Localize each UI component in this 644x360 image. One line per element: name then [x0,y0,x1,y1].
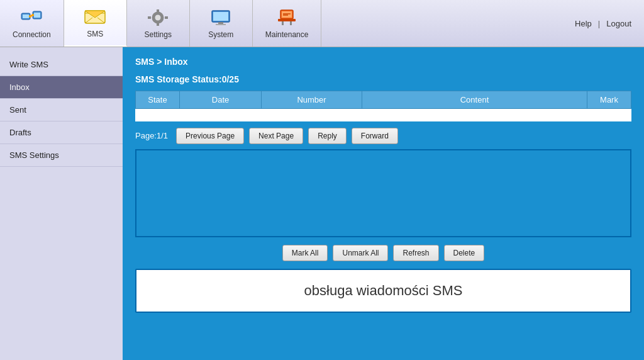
help-link[interactable]: Help [575,19,592,28]
sidebar-item-sms-settings[interactable]: SMS Settings [0,144,123,167]
col-state: State [136,91,180,109]
sidebar-item-inbox[interactable]: Inbox [0,76,123,99]
reply-button[interactable]: Reply [308,128,347,144]
mark-all-button[interactable]: Mark All [282,245,328,261]
nav-system-label: System [208,30,233,39]
content-area: SMS > Inbox SMS Storage Status:0/25 Stat… [123,47,644,360]
sidebar-item-sent[interactable]: Sent [0,99,123,121]
col-content: Content [362,91,587,109]
pagination-row: Page:1/1 Previous Page Next Page Reply F… [135,128,631,144]
col-date: Date [180,91,262,109]
svg-point-5 [29,15,31,18]
nav-maintenance-label: Maintenance [265,30,309,39]
nav-settings-label: Settings [145,30,172,39]
forward-button[interactable]: Forward [352,128,398,144]
svg-rect-15 [157,23,159,26]
refresh-button[interactable]: Refresh [393,245,438,261]
sms-table: State Date Number Content Mark [135,91,631,121]
sidebar-item-write-sms[interactable]: Write SMS [0,53,123,76]
nav-connection[interactable]: Connection [0,0,64,47]
svg-point-13 [155,15,160,20]
nav-settings[interactable]: Settings [127,0,190,47]
main-layout: Write SMS Inbox Sent Drafts SMS Settings… [0,47,644,360]
connection-icon [20,8,43,28]
top-navigation: Connection SMS Settings [0,0,644,47]
breadcrumb: SMS > Inbox [135,57,631,67]
sidebar-item-drafts[interactable]: Drafts [0,121,123,144]
svg-rect-17 [165,16,168,19]
svg-rect-25 [282,21,284,25]
svg-rect-24 [278,19,296,21]
nav-right-links: Help | Logout [562,0,644,47]
nav-sms-label: SMS [87,30,103,38]
sms-icon [84,7,106,27]
bottom-banner: obsługa wiadomości SMS [135,269,631,313]
table-row-empty [136,109,631,121]
system-icon [209,8,232,28]
previous-page-button[interactable]: Previous Page [176,128,244,144]
nav-divider: | [598,19,600,28]
nav-system[interactable]: System [190,0,253,47]
page-info: Page:1/1 [135,131,168,140]
svg-rect-21 [216,24,226,25]
svg-rect-1 [23,14,29,18]
svg-rect-14 [157,9,159,13]
unmark-all-button[interactable]: Unmark All [333,245,388,261]
logout-link[interactable]: Logout [606,19,631,28]
nav-sms[interactable]: SMS [64,0,127,47]
sidebar: Write SMS Inbox Sent Drafts SMS Settings [0,47,123,360]
maintenance-icon [275,8,298,28]
svg-rect-16 [148,16,151,19]
bottom-buttons: Mark All Unmark All Refresh Delete [135,245,631,261]
nav-maintenance[interactable]: Maintenance [253,0,322,47]
settings-icon [147,8,169,28]
storage-status: SMS Storage Status:0/25 [135,74,631,84]
svg-rect-26 [290,21,292,25]
message-display-area [135,149,631,237]
col-number: Number [262,91,362,109]
svg-rect-19 [213,12,228,21]
next-page-button[interactable]: Next Page [249,128,303,144]
svg-rect-23 [282,11,292,18]
svg-point-6 [31,14,34,16]
banner-text: obsługa wiadomości SMS [304,283,463,298]
nav-connection-label: Connection [13,30,51,39]
svg-rect-3 [34,13,40,18]
col-mark: Mark [587,91,631,109]
delete-button[interactable]: Delete [444,245,485,261]
